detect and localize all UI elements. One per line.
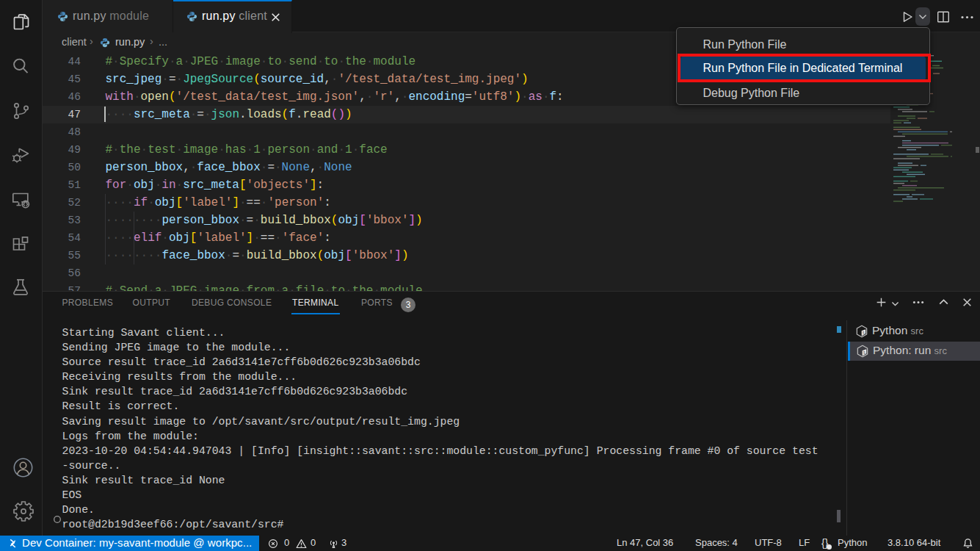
svg-text:5,: 5, bbox=[863, 331, 865, 335]
svg-text:5,: 5, bbox=[863, 351, 866, 355]
